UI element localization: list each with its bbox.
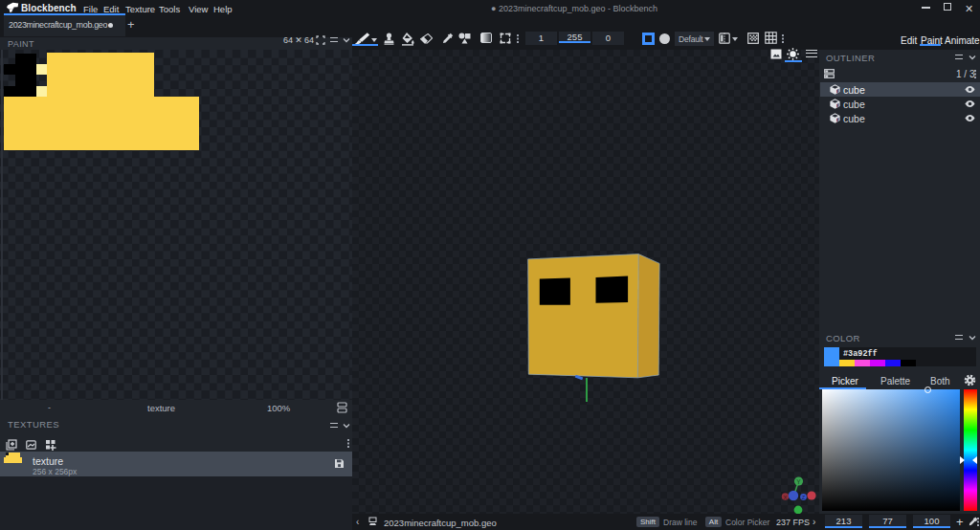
svg-text:X: X xyxy=(783,495,787,500)
svg-text:Y: Y xyxy=(796,478,801,485)
